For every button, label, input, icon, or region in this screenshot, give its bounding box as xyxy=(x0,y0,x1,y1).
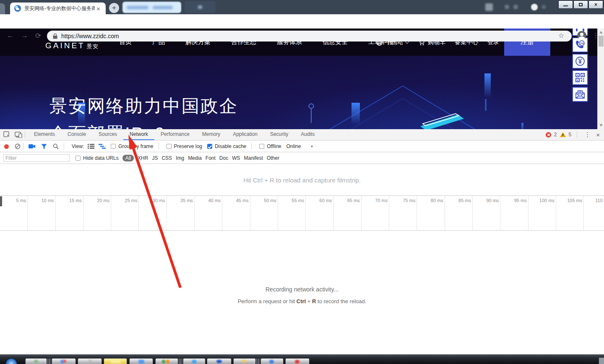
window-minimize-button[interactable] xyxy=(558,0,573,9)
request-type-filter[interactable]: Font xyxy=(206,155,216,161)
timeline-tick: 30 ms xyxy=(139,196,167,230)
disable-cache-checkbox[interactable] xyxy=(207,144,212,149)
preserve-log-option[interactable]: Preserve log xyxy=(167,143,202,149)
browser-tab[interactable]: 景安网络-专业的数据中心服务商 × xyxy=(10,3,106,14)
request-type-filter[interactable]: WS xyxy=(232,155,240,161)
devtools-tab[interactable]: Console xyxy=(61,129,92,140)
request-type-filter[interactable]: Doc xyxy=(219,155,228,161)
console-warning-icon[interactable] xyxy=(560,132,566,137)
qrcode-icon[interactable] xyxy=(572,70,588,85)
taskbar-button[interactable] xyxy=(155,358,178,364)
taskbar-button[interactable] xyxy=(260,358,284,364)
inspect-element-icon[interactable] xyxy=(3,131,10,138)
offline-option[interactable]: Offline xyxy=(259,143,281,149)
request-type-filter[interactable]: Img xyxy=(176,155,184,161)
devtools-tab[interactable]: Network xyxy=(123,129,154,140)
request-type-filter[interactable]: JS xyxy=(152,155,158,161)
filter-input[interactable] xyxy=(3,154,70,162)
request-type-filter[interactable]: CSS xyxy=(161,155,172,161)
timeline-tick: 70 ms xyxy=(362,196,389,230)
group-by-frame-label: Group by frame xyxy=(118,143,153,149)
overview-drag-handle[interactable] xyxy=(0,196,2,206)
request-type-filter[interactable]: XHR xyxy=(138,155,148,161)
devtools-menu-icon[interactable]: ⋮ xyxy=(584,131,591,138)
devtools-tab[interactable]: Performance xyxy=(154,129,196,140)
devtools-tab[interactable]: Application xyxy=(226,129,264,140)
hide-data-urls-option[interactable]: Hide data URLs xyxy=(76,155,119,161)
reload-icon[interactable]: ⟳ xyxy=(35,31,41,40)
console-error-icon[interactable] xyxy=(546,132,551,138)
timeline-tick: 40 ms xyxy=(195,196,222,230)
invoice-mail-icon[interactable] xyxy=(572,87,588,102)
group-by-frame-option[interactable]: Group by frame xyxy=(111,143,153,149)
devtools-tab[interactable]: Sources xyxy=(92,129,123,140)
request-type-filter[interactable]: Other xyxy=(267,155,279,161)
capture-screenshots-icon[interactable] xyxy=(29,144,35,149)
search-icon[interactable] xyxy=(53,143,59,149)
scroll-down-arrow[interactable] xyxy=(599,124,603,127)
profile-avatar[interactable] xyxy=(577,31,586,40)
disable-cache-option[interactable]: Disable cache xyxy=(207,143,246,149)
tab-close-icon[interactable]: × xyxy=(96,5,100,12)
new-tab-button[interactable]: + xyxy=(109,3,119,13)
page-scrollbar[interactable] xyxy=(597,29,604,129)
list-view-icon[interactable] xyxy=(88,144,94,149)
offline-checkbox[interactable] xyxy=(259,144,264,149)
bookmark-star-icon[interactable]: ☆ xyxy=(558,31,564,39)
preserve-log-checkbox[interactable] xyxy=(167,144,172,149)
scrollbar-thumb[interactable] xyxy=(599,36,604,47)
taskbar-button[interactable] xyxy=(233,358,256,364)
taskbar-button[interactable] xyxy=(104,358,127,364)
start-button[interactable] xyxy=(5,358,17,364)
blurred-tray-icon xyxy=(505,5,509,9)
taskbar-button[interactable] xyxy=(25,358,47,364)
forward-icon[interactable]: → xyxy=(21,31,28,40)
devtools-tab[interactable]: Memory xyxy=(196,129,226,140)
request-type-filter[interactable]: Media xyxy=(188,155,202,161)
taskbar-button-group[interactable] xyxy=(256,359,260,364)
taskbar-button-group[interactable] xyxy=(179,359,182,364)
recording-status-text: Recording network activity... xyxy=(0,286,604,293)
throttling-select[interactable]: Online xyxy=(286,143,301,149)
view-label: View: xyxy=(72,143,84,149)
timeline-tick: 75 ms xyxy=(389,196,417,230)
taskbar-button[interactable] xyxy=(52,358,76,364)
devtools-tab[interactable]: Security xyxy=(264,129,294,140)
filter-funnel-icon[interactable] xyxy=(41,144,47,149)
taskbar-button[interactable] xyxy=(285,358,310,364)
record-button[interactable] xyxy=(4,144,9,149)
browser-menu-icon[interactable]: ⋮ xyxy=(592,31,599,39)
taskbar-button[interactable] xyxy=(207,358,232,364)
network-overview-timeline[interactable]: 5 ms10 ms15 ms20 ms25 ms30 ms35 ms40 ms4… xyxy=(0,195,604,231)
timeline-tick: 110 ms xyxy=(584,196,604,230)
hero-banner: 景安网络助力中国政企 全面部署IPv6 xyxy=(0,56,604,129)
window-maximize-button[interactable] xyxy=(573,0,588,9)
taskbar-button[interactable] xyxy=(78,358,102,364)
devtools-tab[interactable]: Audits xyxy=(294,129,321,140)
throttling-dropdown-icon[interactable]: ▼ xyxy=(310,145,313,148)
error-count[interactable]: 2 xyxy=(554,132,557,138)
taskbar-button-group[interactable] xyxy=(47,359,51,364)
waterfall-view-icon[interactable] xyxy=(99,144,106,149)
warning-count[interactable]: 5 xyxy=(569,132,572,138)
device-toolbar-icon[interactable] xyxy=(15,132,22,138)
timeline-tick: 90 ms xyxy=(473,196,500,230)
devtools-close-icon[interactable]: × xyxy=(596,131,600,138)
request-type-filter[interactable]: All xyxy=(122,155,134,161)
devtools-tab[interactable]: Elements xyxy=(28,129,61,140)
back-icon[interactable]: ← xyxy=(7,31,14,40)
group-by-frame-checkbox[interactable] xyxy=(111,144,116,149)
show-desktop-button[interactable] xyxy=(599,358,604,364)
scroll-up-arrow[interactable] xyxy=(599,31,603,34)
url-bar[interactable]: https://www.zzidc.com xyxy=(47,31,572,42)
clear-icon[interactable] xyxy=(15,143,21,149)
timeline-tick: 80 ms xyxy=(417,196,445,230)
taskbar-button[interactable] xyxy=(129,358,153,364)
price-yuan-icon[interactable] xyxy=(572,54,588,69)
request-type-filter[interactable]: Manifest xyxy=(244,155,263,161)
taskbar-button[interactable] xyxy=(183,358,206,364)
hide-data-urls-checkbox[interactable] xyxy=(76,156,81,161)
window-close-button[interactable]: × xyxy=(588,0,603,9)
browser-titlebar: 景安网络-专业的数据中心服务商 × + × xyxy=(0,0,604,14)
timeline-tick: 45 ms xyxy=(222,196,250,230)
